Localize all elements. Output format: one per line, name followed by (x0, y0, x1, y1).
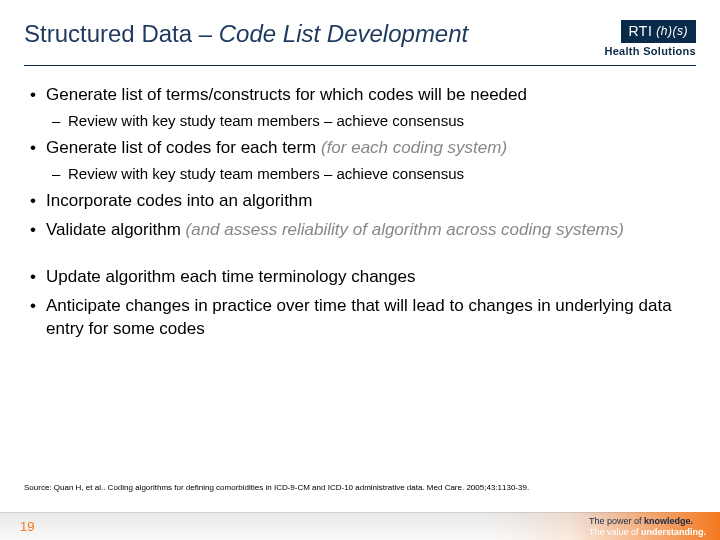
brand-logo: RTI (h)(s) Health Solutions (604, 20, 696, 57)
bullet-item: Validate algorithm (and assess reliabili… (28, 219, 692, 242)
header: Structured Data – Code List Development … (0, 0, 720, 65)
logo-subtext: Health Solutions (604, 45, 696, 57)
bullet-text: Generate list of codes for each term (46, 138, 321, 157)
bullet-text: Update algorithm each time terminology c… (46, 267, 415, 286)
bullet-text: Anticipate changes in practice over time… (46, 296, 672, 338)
bullet-item: Anticipate changes in practice over time… (28, 295, 692, 341)
bullet-item: Generate list of terms/constructs for wh… (28, 84, 692, 131)
source-citation: Source: Quan H, et al.. Coding algorithm… (24, 483, 529, 492)
bullet-text-gray: (and assess reliability of algorithm acr… (186, 220, 624, 239)
logo-brand-hs: (h)(s) (656, 24, 688, 38)
bullet-item: Incorporate codes into an algorithm (28, 190, 692, 213)
bullet-text-gray: (for each coding system) (321, 138, 507, 157)
spacer (28, 248, 692, 266)
bullet-group-2: Update algorithm each time terminology c… (28, 266, 692, 341)
footer-tagline: The power of knowledge. The value of und… (589, 516, 706, 537)
tagline-line-2: The value of understanding. (589, 527, 706, 537)
sub-bullet-list: Review with key study team members – ach… (46, 111, 692, 131)
logo-badge: RTI (h)(s) (621, 20, 696, 43)
tagline-line-1: The power of knowledge. (589, 516, 706, 526)
sub-bullet-item: Review with key study team members – ach… (46, 164, 692, 184)
bullet-text: Incorporate codes into an algorithm (46, 191, 313, 210)
sub-bullet-item: Review with key study team members – ach… (46, 111, 692, 131)
content-area: Generate list of terms/constructs for wh… (0, 66, 720, 341)
page-number: 19 (20, 519, 34, 534)
bullet-text: Generate list of terms/constructs for wh… (46, 85, 527, 104)
bullet-text: Validate algorithm (46, 220, 186, 239)
footer: 19 The power of knowledge. The value of … (0, 506, 720, 540)
slide: Structured Data – Code List Development … (0, 0, 720, 540)
bullet-item: Update algorithm each time terminology c… (28, 266, 692, 289)
slide-title: Structured Data – Code List Development (24, 20, 468, 48)
title-emph: Code List Development (219, 20, 468, 47)
sub-bullet-list: Review with key study team members – ach… (46, 164, 692, 184)
bullet-group-1: Generate list of terms/constructs for wh… (28, 84, 692, 242)
title-pre: Structured Data – (24, 20, 219, 47)
logo-brand: RTI (629, 23, 653, 39)
bullet-item: Generate list of codes for each term (fo… (28, 137, 692, 184)
